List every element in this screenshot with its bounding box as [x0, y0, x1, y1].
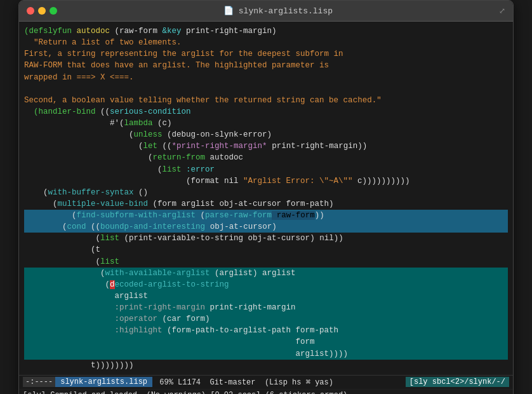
code-line-highlighted: :highlight (form-path-to-arglist-path fo…: [24, 325, 508, 336]
status-mode: -:----: [23, 377, 55, 387]
statusbar: -:---- slynk-arglists.lisp 69% L1174 Git…: [19, 375, 513, 389]
titlebar: 📄 slynk-arglists.lisp ⤢: [19, 1, 513, 22]
code-line: (t: [24, 244, 508, 255]
code-line: RAW-FORM that does have an arglist. The …: [24, 60, 508, 71]
code-line: (handler-bind ((serious-condition: [24, 106, 508, 118]
maximize-button[interactable]: [50, 7, 57, 15]
expand-button[interactable]: ⤢: [499, 6, 505, 16]
code-line-highlighted: :operator (car form): [24, 313, 508, 325]
code-line: (multiple-value-bind (form arglist obj-a…: [24, 198, 508, 210]
file-icon: 📄: [223, 6, 239, 16]
traffic-lights: [27, 7, 57, 15]
status-info: 69% L1174 Git-master (Lisp hs ⌘ yas): [152, 377, 406, 388]
close-button[interactable]: [27, 7, 34, 15]
code-line-highlighted: (with-available-arglist (arglist) arglis…: [24, 268, 508, 279]
code-line: (unless (debug-on-slynk-error): [24, 129, 508, 140]
code-line: t)))))))): [24, 360, 508, 371]
code-line: First, a string representing the arglist…: [24, 48, 508, 60]
code-line: (format nil "Arglist Error: \"~A\"" c)))…: [24, 175, 508, 187]
code-line: (with-buffer-syntax (): [24, 187, 508, 198]
code-line: Second, a boolean value telling whether …: [24, 95, 508, 106]
code-line-highlighted: arglist: [24, 290, 508, 302]
code-editor[interactable]: (defslyfun autodoc (raw-form &key print-…: [19, 22, 513, 375]
code-line-highlighted: (cond ((boundp-and-interesting obj-at-cu…: [24, 221, 508, 233]
status-filename: slynk-arglists.lisp: [55, 377, 152, 387]
code-line: (let ((*print-right-margin* print-right-…: [24, 140, 508, 152]
echo-area: [sly] Compiled and loaded. (No warnings)…: [19, 389, 513, 394]
code-line: #'(lambda (c): [24, 118, 508, 129]
code-line-highlighted: :print-right-margin print-right-margin: [24, 302, 508, 313]
code-line-highlighted: arglist)))): [24, 348, 508, 360]
code-line: (return-from autodoc: [24, 152, 508, 163]
code-line: (defslyfun autodoc (raw-form &key print-…: [24, 25, 508, 37]
echo-text: [sly] Compiled and loaded. (No warnings)…: [23, 391, 347, 394]
code-line: (list (print-variable-to-string obj-at-c…: [24, 233, 508, 244]
code-line-highlighted: form: [24, 336, 508, 348]
window: 📄 slynk-arglists.lisp ⤢ (defslyfun autod…: [18, 0, 514, 394]
code-line: [24, 83, 508, 95]
minimize-button[interactable]: [38, 7, 46, 15]
code-line-highlighted: (find-subform-with-arglist (parse-raw-fo…: [24, 210, 508, 221]
code-line-highlighted: (decoded-arglist-to-string: [24, 279, 508, 290]
code-line: "Return a list of two elements.: [24, 37, 508, 48]
code-line: wrapped in ===> X <===.: [24, 72, 508, 83]
code-line: (list: [24, 256, 508, 268]
window-title: 📄 slynk-arglists.lisp: [62, 6, 494, 16]
code-line: (list :error: [24, 164, 508, 175]
status-sly: [sly sbcl<2>/slynk/-/: [406, 377, 509, 387]
